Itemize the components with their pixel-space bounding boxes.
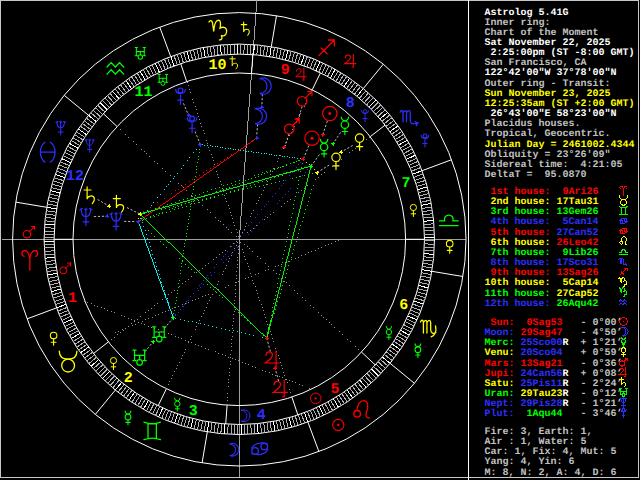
svg-text:4th house:: 4th house: — [485, 216, 551, 228]
svg-text:5: 5 — [330, 381, 339, 398]
svg-text:DeltaT = 95.0870: DeltaT = 95.0870 — [485, 169, 587, 181]
svg-text:Inner ring:: Inner ring: — [485, 17, 551, 29]
svg-text:+ 0°59’: + 0°59’ — [581, 347, 623, 359]
svg-text:- 1°21’: - 1°21’ — [581, 398, 623, 410]
svg-text:R: R — [563, 338, 569, 349]
svg-text:5th house:: 5th house: — [485, 227, 551, 239]
svg-text:Air : 1, Water: 5: Air : 1, Water: 5 — [485, 436, 587, 448]
svg-text:8: 8 — [346, 95, 355, 112]
svg-text:- 2°24’: - 2°24’ — [581, 378, 623, 390]
svg-text:- 4°50’: - 4°50’ — [581, 327, 623, 339]
svg-text:1: 1 — [68, 290, 77, 307]
svg-text:9th house:: 9th house: — [485, 267, 551, 279]
svg-text:Plut:: Plut: — [485, 408, 515, 420]
svg-text:9: 9 — [281, 62, 290, 79]
svg-text:Tropical, Geocentric.: Tropical, Geocentric. — [485, 128, 611, 140]
svg-text:Outer ring - Transit:: Outer ring - Transit: — [485, 78, 611, 90]
svg-text:2: 2 — [124, 370, 133, 387]
svg-text:9Ari26: 9Ari26 — [557, 186, 599, 198]
svg-text:- 3°46’: - 3°46’ — [581, 408, 623, 420]
svg-text:6: 6 — [399, 297, 408, 314]
svg-text:R: R — [563, 399, 569, 410]
svg-text:Obliquity = 23°26'09": Obliquity = 23°26'09" — [485, 149, 611, 161]
svg-text:25Pis11: 25Pis11 — [521, 378, 563, 390]
svg-text:Sun November 23, 2025: Sun November 23, 2025 — [485, 88, 611, 100]
svg-text:29Pis28: 29Pis28 — [521, 398, 563, 410]
svg-text:4: 4 — [257, 407, 266, 424]
svg-text:Chart of the Moment: Chart of the Moment — [485, 27, 599, 39]
svg-text:26Aqu42: 26Aqu42 — [557, 299, 599, 310]
svg-text:12: 12 — [66, 168, 84, 185]
svg-text:9Lib26: 9Lib26 — [557, 247, 599, 259]
svg-text:7th house:: 7th house: — [485, 247, 551, 259]
svg-text:1st house:: 1st house: — [485, 186, 551, 198]
svg-text:San Francisco, CA: San Francisco, CA — [485, 57, 587, 69]
svg-text:Yang: 4, Yin: 6: Yang: 4, Yin: 6 — [485, 456, 575, 468]
svg-text:12th house:: 12th house: — [485, 298, 551, 310]
svg-text:10: 10 — [208, 57, 226, 74]
svg-text:M: 8, N: 2, A: 4, D: 6: M: 8, N: 2, A: 4, D: 6 — [485, 468, 617, 479]
svg-text:- 0°36’: - 0°36’ — [581, 358, 623, 370]
svg-text:3: 3 — [189, 403, 198, 420]
svg-text:11: 11 — [135, 84, 153, 101]
svg-text:1Aqu44: 1Aqu44 — [521, 409, 563, 420]
svg-text:7: 7 — [402, 175, 411, 192]
svg-text:26°43'00"E 58°23'00"N: 26°43'00"E 58°23'00"N — [485, 108, 617, 120]
